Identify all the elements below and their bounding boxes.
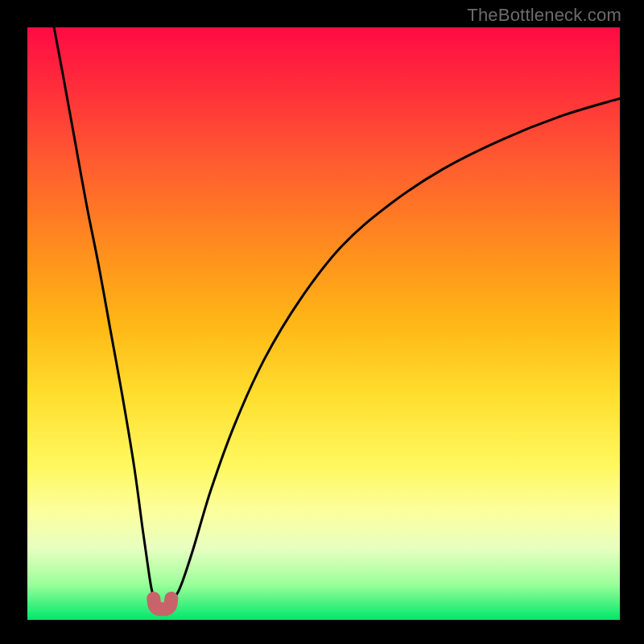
watermark-text: TheBottleneck.com [467,5,621,26]
plot-background-gradient [27,27,620,620]
chart-frame: TheBottleneck.com [0,0,644,644]
